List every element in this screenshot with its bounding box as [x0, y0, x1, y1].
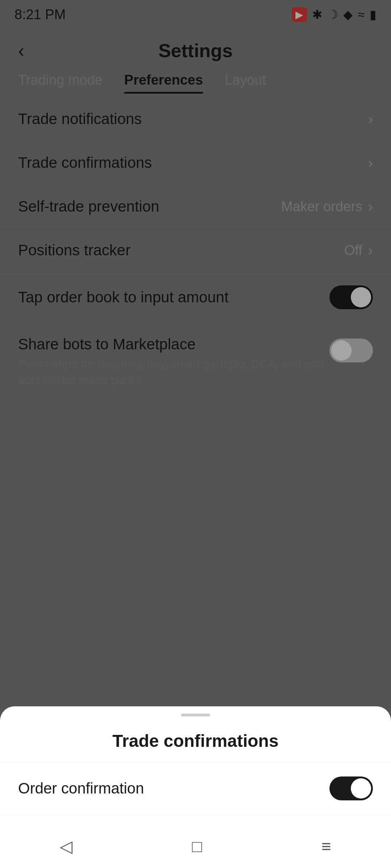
- nav-menu-button[interactable]: ≡: [321, 837, 331, 856]
- bottom-sheet-handle: [181, 714, 210, 716]
- nav-home-button[interactable]: □: [192, 837, 202, 856]
- toggle-knob: [351, 778, 371, 799]
- nav-bar: ◁ □ ≡: [0, 825, 391, 868]
- bottom-sheet-item: Order confirmation: [0, 762, 391, 815]
- nav-back-button[interactable]: ◁: [60, 837, 72, 856]
- bottom-sheet-title: Trade confirmations: [0, 727, 391, 762]
- order-confirmation-label: Order confirmation: [18, 780, 144, 797]
- bottom-sheet: Trade confirmations Order confirmation "…: [0, 706, 391, 868]
- order-confirmation-toggle[interactable]: [329, 776, 373, 800]
